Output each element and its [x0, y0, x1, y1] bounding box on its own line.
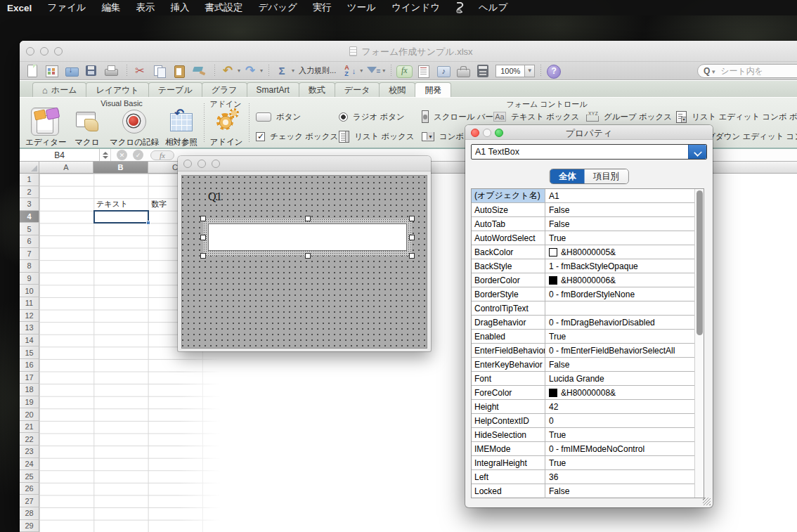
- property-value[interactable]: &H80000006&: [545, 273, 704, 287]
- property-name[interactable]: Height: [472, 400, 545, 413]
- property-value[interactable]: 0 - fmEnterFieldBehaviorSelectAll: [545, 344, 704, 357]
- data-validation-button[interactable]: 入力規則...: [299, 65, 336, 76]
- property-value[interactable]: &H80000005&: [545, 245, 704, 259]
- calculator-icon[interactable]: [474, 63, 491, 79]
- form-control-item[interactable]: グループ ボックス: [586, 110, 672, 124]
- property-name[interactable]: ForeColor: [472, 386, 545, 399]
- property-name[interactable]: AutoWordSelect: [472, 231, 545, 245]
- cell-b3[interactable]: テキスト: [96, 198, 128, 211]
- menu-item[interactable]: ファイル: [47, 1, 86, 14]
- ribbon-tab[interactable]: ⌂データ: [335, 82, 380, 97]
- redo-icon[interactable]: ↷: [242, 63, 259, 79]
- resize-handle-sw[interactable]: [200, 253, 206, 259]
- scrollbar-thumb[interactable]: [696, 190, 703, 335]
- row-header[interactable]: 26: [20, 483, 39, 495]
- row-header[interactable]: 7: [20, 248, 39, 261]
- resize-handle-e[interactable]: [409, 235, 415, 240]
- property-row[interactable]: IntegralHeight True: [472, 456, 704, 470]
- property-value[interactable]: False: [545, 358, 704, 371]
- fx-icon[interactable]: fx: [396, 63, 413, 79]
- row-header[interactable]: 16: [20, 359, 39, 372]
- ribbon-tab[interactable]: ⌂テーブル: [148, 82, 202, 97]
- property-value[interactable]: True: [545, 231, 704, 245]
- name-box[interactable]: B4: [20, 149, 100, 161]
- row-header[interactable]: 14: [20, 335, 39, 347]
- userform-canvas[interactable]: Q1: [181, 175, 427, 349]
- property-value[interactable]: True: [545, 330, 704, 343]
- property-name[interactable]: HelpContextID: [472, 414, 545, 427]
- userform-q1-label[interactable]: Q1: [208, 190, 222, 203]
- row-header[interactable]: 28: [20, 507, 39, 520]
- textbox-control[interactable]: [208, 223, 407, 251]
- row-header[interactable]: 19: [20, 396, 39, 409]
- property-grid-scrollbar[interactable]: [694, 189, 704, 498]
- row-header[interactable]: 6: [20, 235, 39, 248]
- chevron-down-icon[interactable]: [688, 145, 706, 159]
- property-name[interactable]: BackStyle: [472, 259, 545, 273]
- open-icon[interactable]: [63, 63, 80, 79]
- autosum-icon[interactable]: Σ: [273, 63, 290, 79]
- undo-icon[interactable]: ↶: [219, 63, 236, 79]
- form-control-item[interactable]: リスト ボックス: [339, 129, 415, 143]
- property-value[interactable]: False: [545, 203, 704, 216]
- zoom-button[interactable]: [212, 160, 220, 168]
- property-row[interactable]: BackColor &H80000005&: [472, 245, 704, 259]
- properties-tab[interactable]: 項目別: [585, 169, 628, 183]
- cut-icon[interactable]: ✂: [131, 63, 148, 79]
- resize-handle-n[interactable]: [305, 216, 311, 221]
- property-value[interactable]: 42: [545, 400, 704, 413]
- new-doc-icon[interactable]: [24, 63, 41, 79]
- row-header[interactable]: 18: [20, 384, 39, 396]
- property-row[interactable]: EnterKeyBehavior False: [472, 358, 704, 372]
- form-control-item[interactable]: チェック ボックス: [256, 129, 338, 143]
- row-header[interactable]: 24: [20, 458, 39, 471]
- property-name[interactable]: AutoTab: [472, 217, 545, 231]
- property-row[interactable]: AutoSize False: [472, 203, 704, 217]
- property-row[interactable]: BorderStyle 0 - fmBorderStyleNone: [472, 287, 704, 301]
- gallery-icon[interactable]: [44, 63, 60, 79]
- search-icon[interactable]: Q: [704, 66, 710, 76]
- property-value[interactable]: 36: [545, 470, 704, 484]
- media-icon[interactable]: ♪: [435, 63, 452, 79]
- filter-dropdown-arrow[interactable]: ▾: [382, 67, 385, 74]
- row-header[interactable]: 9: [20, 273, 39, 285]
- property-row[interactable]: Enabled True: [472, 330, 704, 344]
- menu-item[interactable]: ウインドウ: [391, 1, 440, 14]
- resize-handle-s[interactable]: [305, 253, 311, 259]
- property-name[interactable]: Enabled: [472, 330, 545, 343]
- menu-item[interactable]: 編集: [102, 1, 121, 14]
- property-name[interactable]: IMEMode: [472, 442, 545, 455]
- property-value[interactable]: &H80000008&: [545, 386, 704, 399]
- property-name[interactable]: BackColor: [472, 245, 545, 259]
- property-row[interactable]: EnterFieldBehavior 0 - fmEnterFieldBehav…: [472, 344, 704, 358]
- property-row[interactable]: Left 36: [472, 470, 704, 484]
- sort-dropdown-arrow[interactable]: ▾: [360, 67, 363, 74]
- selected-cell-b4[interactable]: [93, 210, 149, 223]
- form-control-item[interactable]: テキスト ボックス: [493, 110, 579, 124]
- close-button[interactable]: [183, 160, 192, 168]
- property-value[interactable]: Lucida Grande: [545, 372, 704, 385]
- property-value[interactable]: 0 - fmDragBehaviorDisabled: [545, 316, 704, 329]
- property-row[interactable]: ForeColor &H80000008&: [472, 386, 704, 400]
- column-header-a[interactable]: A: [39, 162, 93, 173]
- row-header[interactable]: 5: [20, 223, 39, 235]
- resize-grip-icon[interactable]: [703, 498, 711, 505]
- resize-handle-se[interactable]: [409, 253, 415, 259]
- ribbon-tab[interactable]: ⌂校閲: [379, 82, 415, 97]
- property-value[interactable]: [545, 301, 704, 315]
- property-value[interactable]: 0 - fmIMEModeNoControl: [545, 442, 704, 455]
- property-row[interactable]: (オブジェクト名) A1: [472, 189, 704, 203]
- row-header[interactable]: 10: [20, 285, 39, 297]
- property-name[interactable]: Font: [472, 372, 545, 385]
- property-name[interactable]: Locked: [472, 484, 545, 498]
- ribbon-tab[interactable]: ⌂レイアウト: [86, 82, 148, 97]
- zoom-select[interactable]: 100% ▼: [495, 65, 535, 77]
- property-row[interactable]: HideSelection True: [472, 428, 704, 442]
- textbox-selection-frame[interactable]: [203, 219, 412, 256]
- form-control-item[interactable]: ボタン: [256, 110, 301, 124]
- row-header[interactable]: 29: [20, 520, 39, 532]
- property-value[interactable]: False: [545, 217, 704, 231]
- cancel-icon[interactable]: ✕: [117, 150, 127, 160]
- form-control-item[interactable]: スクロール バー: [422, 110, 493, 124]
- property-row[interactable]: BorderColor &H80000006&: [472, 273, 704, 287]
